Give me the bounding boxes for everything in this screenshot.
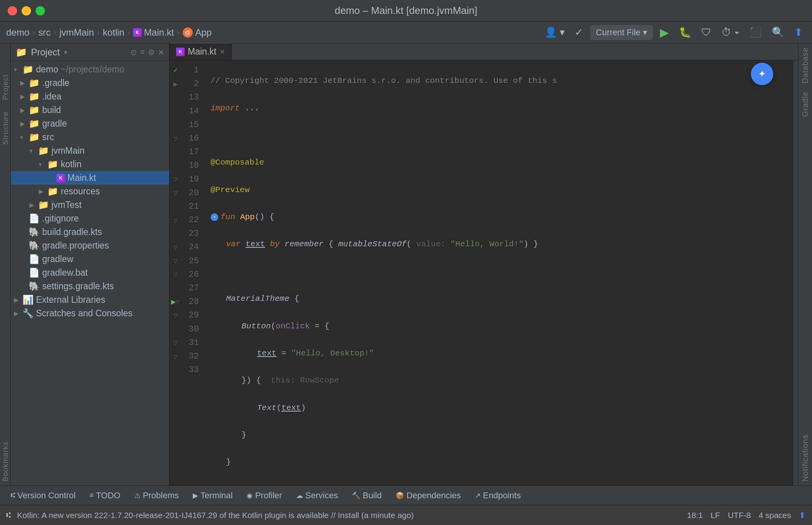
code-editor[interactable]: // Copyright 2000-2021 JetBrains s.r.o. … [204,60,793,486]
breadcrumb-src[interactable]: src [38,27,51,38]
encoding[interactable]: UTF-8 [728,511,751,520]
run-config-button[interactable]: Current File ▾ [590,25,653,40]
breadcrumb-kotlin[interactable]: kotlin [103,27,124,38]
tab-problems[interactable]: ⚠ Problems [128,488,185,503]
tab-build[interactable]: 🔨 Build [346,488,388,503]
tab-endpoints[interactable]: ↗ Endpoints [469,488,527,503]
right-sidebar-notifications[interactable]: Notifications [801,434,810,482]
profiler-button[interactable]: ⏱ ▾ [718,25,742,40]
gutter-25[interactable]: ▽ [170,254,181,268]
stop-button[interactable]: ⬛ [746,25,765,40]
debug-button[interactable]: 🐛 [676,25,694,40]
ai-assistant-button[interactable]: ✦ [751,63,773,85]
cursor-position[interactable]: 18:1 [687,511,703,520]
vcs-button[interactable]: ✓ [572,25,586,40]
left-strip-structure[interactable]: Structure [1,112,10,145]
tab-close-button[interactable]: ✕ [219,48,225,56]
tree-item-gradlewbat[interactable]: 📄 gradlew.bat [11,266,169,280]
run-button[interactable]: ▶ [657,24,672,41]
services-icon: ☁ [296,491,303,500]
gutter-22[interactable]: ▽ [170,213,181,227]
tree-item-extlibs[interactable]: ▶ 📊 External Libraries [11,293,169,307]
panel-title: Project [31,47,60,58]
tab-profiler[interactable]: ◉ Profiler [240,488,288,503]
right-sidebar-gradle[interactable]: Gradle [801,91,810,117]
breadcrumb-jvmmain[interactable]: jvmMain [59,27,94,38]
editor-content[interactable]: ✓ ▶ ▽ ▽ [170,60,798,486]
gutter-31[interactable]: ▽ [170,336,181,350]
item-label: kotlin [61,159,82,170]
editor-tabs: K Main.kt ✕ [170,43,798,60]
left-strip-project[interactable]: Project [1,74,10,100]
tab-label: Problems [143,491,179,501]
user-button[interactable]: 👤 ▾ [541,25,568,40]
gutter-32[interactable]: ▽ [170,350,181,363]
gutter-26[interactable]: ▽ [170,268,181,281]
scratch-icon: 🔧 [22,308,34,319]
coverage-button[interactable]: 🛡 [698,25,714,40]
gutter-16[interactable]: ▽ [170,132,181,145]
tree-item-jvmtest[interactable]: ▶ 📁 jvmTest [11,198,169,212]
gutter-24[interactable]: ▽ [170,240,181,254]
breadcrumb-app[interactable]: @ App [183,27,212,38]
code-line-25: } [211,455,793,469]
tree-item-gradleprop[interactable]: 🐘 gradle.properties [11,239,169,252]
tree-item-scratches[interactable]: ▶ 🔧 Scratches and Consoles [11,307,169,320]
tab-label: Services [305,491,338,501]
tree-item-gitignore[interactable]: 📄 .gitignore [11,212,169,225]
breadcrumb-mainkt[interactable]: K Main.kt [133,27,174,38]
line-ending[interactable]: LF [711,511,720,520]
tree-item-buildgradle[interactable]: 🐘 build.gradle.kts [11,225,169,239]
editor-scrollbar[interactable] [793,60,798,486]
breadcrumb-demo[interactable]: demo [6,27,29,38]
gutter-29[interactable]: ▽ [170,309,181,322]
minimize-button[interactable] [22,6,31,15]
gutter-19[interactable]: ▽ [170,173,181,186]
update-icon[interactable]: ⬆ [799,511,806,520]
tree-item-mainkt[interactable]: K Main.kt [11,171,169,185]
code-line-14: @Composable [211,156,793,169]
tab-label: Version Control [17,491,75,501]
update-button[interactable]: ⬆ [791,25,806,40]
expand-arrow: ▶ [14,296,20,304]
tree-item-build[interactable]: ▶ 📁 build [11,103,169,117]
tab-dependencies[interactable]: 📦 Dependencies [389,488,467,503]
folder-icon: 📁 [38,146,49,156]
tab-services[interactable]: ☁ Services [290,488,344,503]
tree-item-gradle[interactable]: ▶ 📁 .gradle [11,76,169,90]
panel-dropdown[interactable]: ▾ [64,48,67,57]
tree-root[interactable]: ▾ 📁 demo ~/projects/demo [11,63,169,76]
tree-item-jvmmain[interactable]: ▾ 📁 jvmMain [11,144,169,158]
gutter-20[interactable]: ▽ [170,186,181,200]
indent[interactable]: 4 spaces [759,511,791,520]
line-num-21: 21 [181,200,199,213]
close-panel-icon[interactable]: ✕ [158,48,164,57]
tab-version-control[interactable]: ⑆ Version Control [5,488,82,503]
close-button[interactable] [8,6,17,15]
search-button[interactable]: 🔍 [769,25,787,40]
maximize-button[interactable] [36,6,45,15]
tree-item-kotlin[interactable]: ▾ 📁 kotlin [11,158,169,171]
right-sidebar-database[interactable]: Database [801,47,810,84]
tab-todo[interactable]: ≡ TODO [83,488,127,503]
collapse-all-icon[interactable]: ≡ [140,48,145,57]
tree-item-src[interactable]: ▾ 📁 src [11,130,169,144]
gutter-23 [170,227,181,240]
show-options-icon[interactable]: ⚙ [148,48,155,57]
tree-item-gradlew[interactable]: 📄 gradlew [11,252,169,266]
gutter-13 [170,91,181,104]
tree-item-resources[interactable]: ▶ 📁 resources [11,185,169,198]
tab-mainkt[interactable]: K Main.kt ✕ [170,43,232,60]
scroll-from-source-icon[interactable]: ⊙ [130,48,137,57]
main-layout: Project Structure Bookmarks 📁 Project ▾ … [0,43,812,486]
tree-item-settings[interactable]: 🐘 settings.gradle.kts [11,280,169,293]
tab-terminal[interactable]: ▶ Terminal [187,488,239,503]
tree-item-gradle-dir[interactable]: ▶ 📁 gradle [11,117,169,130]
status-message[interactable]: Kotlin: A new version 222-1.7.20-release… [17,511,414,520]
tree-item-idea[interactable]: ▶ 📁 .idea [11,90,169,103]
gutter-28[interactable]: ▶ ▽ [170,295,181,309]
window-controls[interactable] [8,6,45,15]
status-right: 18:1 LF UTF-8 4 spaces ⬆ [687,511,806,520]
gutter-2[interactable]: ▶ [170,77,181,91]
left-strip-bookmarks[interactable]: Bookmarks [1,441,10,482]
